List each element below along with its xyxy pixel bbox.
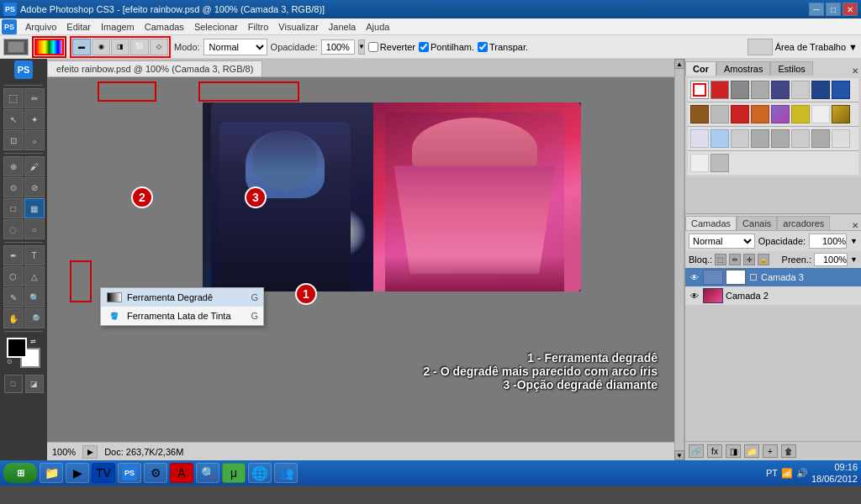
lock-transparent-btn[interactable]: ⬚ <box>715 254 726 265</box>
tab-estilos[interactable]: Estilos <box>770 61 812 76</box>
taskbar-utorrent[interactable]: μ <box>222 463 246 483</box>
tool-annotation[interactable]: ✎ <box>3 287 24 307</box>
maximize-button[interactable]: □ <box>826 3 841 16</box>
gradient-reflected-btn[interactable]: ⬜ <box>130 39 149 55</box>
tool-dodge[interactable]: ○ <box>24 219 45 239</box>
swatch-gray6[interactable] <box>811 129 830 148</box>
swatch-gray4[interactable] <box>771 129 790 148</box>
swatch-gray2[interactable] <box>751 81 769 99</box>
swatch-red[interactable] <box>710 81 729 99</box>
tool-zoom[interactable]: 🔎 <box>24 308 45 328</box>
taskbar-users[interactable]: 👥 <box>274 463 298 483</box>
fg-color[interactable] <box>7 338 27 358</box>
minimize-button[interactable]: ─ <box>809 3 824 16</box>
tool-brush[interactable]: 🖌 <box>24 156 45 176</box>
swatch-yellow[interactable] <box>791 105 810 123</box>
layer-row-2[interactable]: 👁 Camada 2 <box>685 286 861 305</box>
new-mask-btn[interactable]: ◨ <box>726 444 741 458</box>
layers-opacity-arrow[interactable]: ▼ <box>850 237 858 245</box>
tool-heal[interactable]: ⊕ <box>3 156 24 176</box>
swatch-vlight[interactable] <box>690 154 709 172</box>
tool-clone[interactable]: ⊙ <box>3 177 24 197</box>
taskbar-settings[interactable]: ⚙ <box>144 463 167 483</box>
taskbar-search[interactable]: 🔍 <box>196 463 219 483</box>
reverter-checkbox[interactable] <box>368 42 378 52</box>
swatch-gray1[interactable] <box>731 81 749 99</box>
swatch-mgray[interactable] <box>731 129 749 148</box>
tab-amostras[interactable]: Amostras <box>716 61 770 76</box>
taskbar-media[interactable]: ▶ <box>66 463 89 483</box>
fill-input[interactable] <box>814 253 848 266</box>
taskbar-avira[interactable]: A <box>170 463 193 483</box>
tool-marquee[interactable]: ⬚ <box>3 88 24 108</box>
gradient-diamond-btn[interactable]: ◇ <box>150 39 168 55</box>
swatch-lgray[interactable] <box>710 105 729 123</box>
mode-select[interactable]: Normal Multiplicar Tela <box>203 39 267 55</box>
taskbar-ps[interactable]: PS <box>118 463 141 483</box>
new-group-btn[interactable]: 📁 <box>744 444 759 458</box>
tool-shape[interactable]: △ <box>24 266 45 286</box>
swatch-blue3[interactable] <box>832 81 850 99</box>
scroll-up[interactable]: ▲ <box>674 59 684 69</box>
menu-visualizar[interactable]: Visualizar <box>273 20 324 34</box>
doc-tab[interactable]: efeito rainbow.psd @ 100% (Camada 3, RGB… <box>47 60 262 76</box>
gradient-preview[interactable] <box>34 39 64 55</box>
new-layer-btn[interactable]: + <box>763 444 778 458</box>
swatch-red2[interactable] <box>731 105 749 123</box>
tab-marcadores[interactable]: arcadores <box>777 216 830 230</box>
menu-janela[interactable]: Janela <box>324 20 361 34</box>
menu-arquivo[interactable]: Arquivo <box>20 20 61 34</box>
lock-pixels-btn[interactable]: ✏ <box>729 254 741 265</box>
cor-panel-close[interactable]: ✕ <box>852 66 858 76</box>
swap-colors-icon[interactable]: ⇄ <box>30 338 40 348</box>
swatch-grey7[interactable] <box>710 154 729 172</box>
menu-ajuda[interactable]: Ajuda <box>361 20 394 34</box>
menu-editar[interactable]: Editar <box>61 20 96 34</box>
menu-camadas[interactable]: Camadas <box>140 20 189 34</box>
tool-hand[interactable]: ✋ <box>3 308 24 328</box>
swatch-gold[interactable] <box>832 105 850 123</box>
tool-magic-wand[interactable]: ✦ <box>24 109 45 129</box>
fx-btn[interactable]: fx <box>707 444 722 458</box>
lock-position-btn[interactable]: ✛ <box>743 254 755 265</box>
transparencia-checkbox[interactable] <box>478 42 488 52</box>
layers-opacity-input[interactable] <box>809 234 847 249</box>
layer-2-visibility[interactable]: 👁 <box>689 290 700 302</box>
lock-all-btn[interactable]: 🔒 <box>758 254 769 265</box>
tool-eyedropper[interactable]: 🔍 <box>24 287 45 307</box>
tool-lasso[interactable]: ✏ <box>24 88 45 108</box>
taskbar-folder[interactable]: 📁 <box>40 463 63 483</box>
swatch-gray5[interactable] <box>791 129 810 148</box>
menu-imagem[interactable]: Imagem <box>96 20 140 34</box>
tool-path[interactable]: ⬡ <box>3 266 24 286</box>
tab-cor[interactable]: Cor <box>685 61 716 76</box>
gradient-radial-btn[interactable]: ◉ <box>92 39 110 55</box>
layer-1-visibility[interactable]: 👁 <box>689 271 700 283</box>
tool-slice[interactable]: ⬦ <box>24 130 45 150</box>
swatch-blue2[interactable] <box>811 81 830 99</box>
gradient-linear-btn[interactable]: ▬ <box>72 39 91 55</box>
swatch-lgray3[interactable] <box>832 129 850 148</box>
quick-mask-off[interactable]: □ <box>4 375 23 393</box>
start-button[interactable]: ⊞ <box>3 463 37 483</box>
swatch-gray3[interactable] <box>751 129 769 148</box>
pontilhamento-checkbox[interactable] <box>419 42 429 52</box>
opacity-arrow[interactable]: ▼ <box>358 39 365 55</box>
tab-canais[interactable]: Canais <box>737 216 777 230</box>
layers-mode-select[interactable]: Normal Multiplicar <box>689 234 755 249</box>
workspace-icon[interactable] <box>747 39 773 55</box>
swatch-brown[interactable] <box>690 105 709 123</box>
swatch-lightblue[interactable] <box>710 129 729 148</box>
quick-mask-on[interactable]: ◪ <box>25 375 44 393</box>
close-button[interactable]: ✕ <box>843 3 858 16</box>
reset-colors-icon[interactable]: ⊙ <box>7 358 17 368</box>
swatch-light-gray[interactable] <box>791 81 810 99</box>
fill-arrow[interactable]: ▼ <box>850 255 858 264</box>
swatch-purple[interactable] <box>771 105 790 123</box>
menu-selecionar[interactable]: Selecionar <box>189 20 243 34</box>
swatch-blue1[interactable] <box>771 81 790 99</box>
gradient-angle-btn[interactable]: ◨ <box>111 39 129 55</box>
tab-camadas[interactable]: Camadas <box>685 216 737 230</box>
dropdown-item-degrade[interactable]: Ferramenta Degradê G <box>101 288 263 307</box>
brush-preview[interactable] <box>3 39 29 55</box>
